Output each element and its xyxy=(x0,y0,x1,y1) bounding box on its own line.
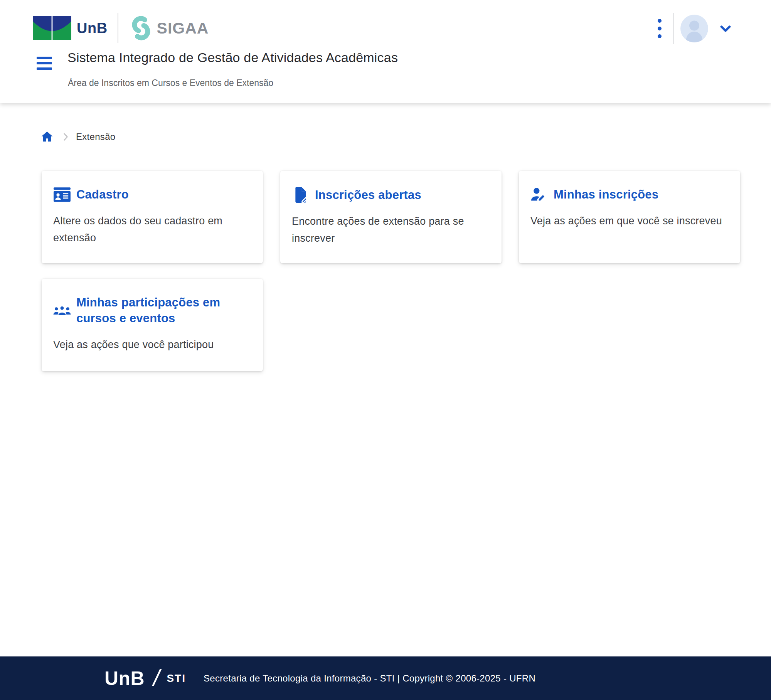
header-right xyxy=(651,11,734,46)
page-title: Sistema Integrado de Gestão de Atividade… xyxy=(67,50,398,65)
contact-card-icon xyxy=(53,187,71,202)
footer-slash: / xyxy=(153,664,160,691)
card-head: Minhas participações em cursos e eventos xyxy=(53,295,251,326)
unb-flag-logo-icon xyxy=(33,16,71,40)
card-title: Cadastro xyxy=(76,187,129,203)
card-title: Minhas inscrições xyxy=(554,187,658,203)
sigaa-wordmark: SIGAA xyxy=(157,19,209,37)
header-right-divider xyxy=(673,13,674,44)
card-cadastro[interactable]: Cadastro Altere os dados do seu cadastro… xyxy=(42,171,263,263)
logo-row: UnB SIGAA xyxy=(33,13,209,43)
footer-inner: UnB / STI Secretaria de Tecnologia da In… xyxy=(104,665,535,692)
sigaa-logo-icon xyxy=(128,15,154,41)
footer-copyright: Secretaria de Tecnologia da Informação -… xyxy=(204,673,535,684)
card-description: Altere os dados do seu cadastro em exten… xyxy=(53,213,251,246)
card-head: Cadastro xyxy=(53,187,251,203)
card-inscricoes-abertas[interactable]: Inscrições abertas Encontre ações de ext… xyxy=(280,171,502,263)
edit-document-icon xyxy=(292,187,310,203)
person-edit-icon xyxy=(530,187,548,202)
footer-unb-logo: UnB xyxy=(104,667,145,690)
card-minhas-inscricoes[interactable]: Minhas inscrições Veja as ações em que v… xyxy=(519,171,740,263)
hamburger-menu-button[interactable] xyxy=(37,56,52,70)
card-head: Minhas inscrições xyxy=(530,187,729,203)
page: UnB SIGAA xyxy=(0,0,771,700)
footer-sti-logo: STI xyxy=(167,672,186,685)
footer: UnB / STI Secretaria de Tecnologia da In… xyxy=(0,656,771,700)
card-description: Veja as ações que você participou xyxy=(53,337,251,353)
kebab-menu-button[interactable] xyxy=(651,17,668,40)
card-title: Minhas participações em cursos e eventos xyxy=(76,295,251,326)
card-title: Inscrições abertas xyxy=(315,187,421,203)
breadcrumb-current: Extensão xyxy=(76,131,115,142)
page-subtitle: Área de Inscritos em Cursos e Eventos de… xyxy=(68,78,273,88)
card-minhas-participacoes[interactable]: Minhas participações em cursos e eventos… xyxy=(42,279,263,371)
home-icon[interactable] xyxy=(40,130,54,143)
unb-wordmark: UnB xyxy=(77,20,108,37)
card-description: Encontre ações de extensão para se inscr… xyxy=(292,213,490,247)
cards-grid: Cadastro Altere os dados do seu cadastro… xyxy=(42,171,740,371)
kebab-menu-icon xyxy=(656,17,663,40)
chevron-down-icon xyxy=(717,20,734,37)
card-head: Inscrições abertas xyxy=(292,187,490,203)
breadcrumb-separator-icon xyxy=(60,131,71,143)
avatar xyxy=(680,15,708,42)
logo-divider xyxy=(118,13,118,43)
breadcrumb: Extensão xyxy=(40,130,115,143)
user-menu-button[interactable] xyxy=(680,15,734,42)
card-description: Veja as ações em que você se inscreveu xyxy=(530,213,729,230)
header: UnB SIGAA xyxy=(0,0,771,103)
groups-icon xyxy=(53,304,71,317)
